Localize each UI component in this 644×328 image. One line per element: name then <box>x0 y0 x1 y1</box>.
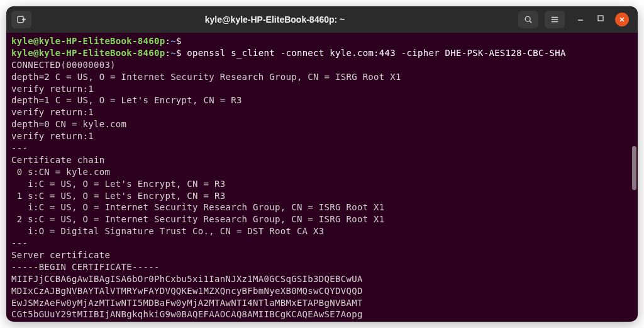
scrollbar-thumb[interactable] <box>632 146 636 190</box>
svg-line-4 <box>530 21 531 23</box>
prompt-path: ~ <box>170 36 176 46</box>
output-line: i:C = US, O = Let's Encrypt, CN = R3 <box>11 178 633 190</box>
close-button[interactable] <box>615 13 629 26</box>
output-line: 2 s:C = US, O = Internet Security Resear… <box>11 213 633 225</box>
output-line: -----BEGIN CERTIFICATE----- <box>11 261 633 273</box>
prompt-dollar: $ <box>176 36 182 46</box>
prompt-path: ~ <box>170 48 176 58</box>
titlebar: kyle@kyle-HP-EliteBook-8460p: ~ <box>6 6 638 33</box>
prompt-colon: : <box>165 48 170 58</box>
prompt-user: kyle@kyle-HP-EliteBook-8460p <box>11 36 165 46</box>
close-icon <box>619 16 625 23</box>
output-line: verify return:1 <box>11 130 633 142</box>
maximize-button[interactable] <box>595 13 606 24</box>
output-line: i:O = Digital Signature Trust Co., CN = … <box>11 225 633 237</box>
new-tab-icon <box>16 14 26 25</box>
window-title: kyle@kyle-HP-EliteBook-8460p: ~ <box>36 14 513 25</box>
output-line: 1 s:C = US, O = Let's Encrypt, CN = R3 <box>11 190 633 202</box>
output-line: 0 s:CN = kyle.com <box>11 166 633 178</box>
command-openssl: openssl s_client -connect kyle.com:443 -… <box>182 48 566 58</box>
output-line: depth=1 C = US, O = Let's Encrypt, CN = … <box>11 94 633 106</box>
hamburger-icon <box>550 15 559 24</box>
svg-rect-9 <box>598 16 603 21</box>
output-line: depth=2 C = US, O = Internet Security Re… <box>11 71 633 83</box>
menu-button[interactable] <box>545 11 565 28</box>
output-line: CGt5bGUuY29tMIIBIjANBgkqhkiG9w0BAQEFAAOC… <box>11 308 633 320</box>
command-empty <box>182 36 187 46</box>
prompt-user: kyle@kyle-HP-EliteBook-8460p <box>11 48 165 58</box>
titlebar-right <box>518 11 633 28</box>
output-line: Server certificate <box>11 249 633 261</box>
titlebar-left <box>11 11 31 28</box>
output-line: --- <box>11 142 633 154</box>
terminal-window: kyle@kyle-HP-EliteBook-8460p: ~ <box>6 6 638 322</box>
prompt-line-2: kyle@kyle-HP-EliteBook-8460p:~$ openssl … <box>11 47 633 59</box>
output-line: EwJSMzAeFw0yMjAzMTIwNTI5MDBaFw0yMjA2MTAw… <box>11 297 633 309</box>
output-line: --- <box>11 237 633 249</box>
output-line: Certificate chain <box>11 154 633 166</box>
output-line: i:C = US, O = Internet Security Research… <box>11 201 633 213</box>
svg-point-3 <box>525 16 530 21</box>
prompt-line-1: kyle@kyle-HP-EliteBook-8460p:~$ <box>11 35 633 47</box>
minimize-icon <box>577 14 584 22</box>
new-tab-button[interactable] <box>11 11 31 28</box>
search-icon <box>524 15 533 24</box>
search-button[interactable] <box>518 11 538 28</box>
output-line: depth=0 CN = kyle.com <box>11 118 633 130</box>
output-line: verify return:1 <box>11 106 633 118</box>
terminal-body[interactable]: kyle@kyle-HP-EliteBook-8460p:~$ kyle@kyl… <box>6 33 638 322</box>
minimize-button[interactable] <box>575 13 586 24</box>
prompt-colon: : <box>165 36 170 46</box>
prompt-dollar: $ <box>176 48 182 58</box>
window-controls <box>575 13 629 26</box>
maximize-icon <box>597 14 604 22</box>
output-line: CONNECTED(00000003) <box>11 59 633 71</box>
output-line: verify return:1 <box>11 83 633 95</box>
output-line: MDIxCzAJBgNVBAYTAlVTMRYwFAYDVQQKEw1MZXQn… <box>11 285 633 297</box>
output-line: MIIFJjCCBA6gAwIBAgISA6bOr0PhCxbu5xi1IanN… <box>11 273 633 285</box>
